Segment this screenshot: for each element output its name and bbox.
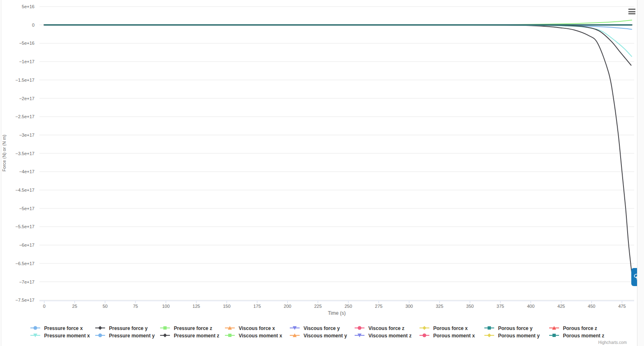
diamond-marker-icon: [419, 325, 431, 332]
legend-label: Porous force z: [563, 325, 597, 332]
series-line-pressure-moment-z: [44, 25, 631, 65]
x-tick-label: 475: [618, 304, 626, 309]
triangle-down-marker-icon: [355, 332, 367, 339]
y-tick-label: 0: [32, 23, 34, 27]
legend-label: Viscous force y: [304, 325, 340, 332]
legend-label: Viscous moment y: [304, 332, 347, 339]
y-tick-label: −7.5e+17: [16, 298, 35, 302]
x-tick-label: 125: [193, 304, 200, 309]
legend-label: Viscous force x: [239, 325, 275, 332]
diamond-marker-icon: [95, 325, 107, 332]
triangle-marker-icon: [290, 332, 302, 339]
x-tick-label: 350: [466, 304, 474, 309]
y-tick-label: −6.5e+17: [16, 261, 35, 266]
legend-label: Porous moment y: [498, 332, 540, 339]
y-tick-label: −1.5e+17: [16, 78, 35, 82]
x-tick-label: 50: [103, 304, 108, 309]
y-tick-label: −5e+17: [19, 206, 34, 211]
highcharts-credit-link[interactable]: Highcharts.com: [598, 340, 627, 345]
legend-item-viscous-moment-x[interactable]: Viscous moment x: [225, 332, 290, 339]
triangle-marker-icon: [225, 325, 237, 332]
x-tick-label: 75: [133, 304, 138, 309]
legend-item-viscous-moment-z[interactable]: Viscous moment z: [355, 332, 419, 339]
triangle-down-marker-icon: [30, 332, 42, 339]
y-tick-label: −4e+17: [19, 169, 34, 174]
force-time-chart-plot: 5e+160−5e+16−1e+17−1.5e+17−2e+17−2.5e+17…: [0, 0, 644, 320]
legend-item-pressure-moment-x[interactable]: Pressure moment x: [30, 332, 95, 339]
series-line-pressure-moment-x: [44, 25, 632, 57]
y-tick-label: −7e+17: [19, 280, 34, 284]
legend-item-porous-moment-z[interactable]: Porous moment z: [549, 332, 614, 339]
legend-label: Pressure force y: [109, 325, 148, 332]
legend-item-pressure-force-y[interactable]: Pressure force y: [95, 325, 160, 332]
page-right-gutter: [637, 0, 644, 346]
square-marker-icon: [160, 325, 172, 332]
page-left-border: [1, 0, 1, 346]
series-line-pressure-force-z: [44, 20, 632, 25]
x-tick-label: 175: [253, 304, 261, 309]
legend-item-porous-force-x[interactable]: Porous force x: [419, 325, 484, 332]
legend-item-viscous-moment-y[interactable]: Viscous moment y: [290, 332, 355, 339]
legend-item-pressure-moment-z[interactable]: Pressure moment z: [160, 332, 225, 339]
triangle-marker-icon: [549, 325, 561, 332]
y-tick-label: −3e+17: [19, 133, 34, 137]
y-tick-label: −4.5e+17: [16, 188, 35, 192]
legend-item-pressure-force-x[interactable]: Pressure force x: [30, 325, 95, 332]
y-tick-label: −5.5e+17: [16, 224, 35, 229]
circle-marker-icon: [355, 325, 367, 332]
y-tick-label: −6e+17: [19, 243, 34, 247]
circle-marker-icon: [30, 325, 42, 332]
y-tick-label: −3.5e+17: [16, 151, 35, 156]
x-tick-label: 275: [375, 304, 383, 309]
legend-label: Pressure moment z: [174, 332, 220, 339]
x-tick-label: 150: [223, 304, 230, 309]
chart-context-menu-button[interactable]: [627, 7, 637, 16]
legend-item-porous-moment-y[interactable]: Porous moment y: [484, 332, 549, 339]
x-tick-label: 325: [436, 304, 443, 309]
hamburger-icon: [628, 13, 635, 14]
series-line-pressure-force-y: [44, 25, 633, 278]
legend-label: Pressure force x: [44, 325, 83, 332]
legend-item-porous-force-y[interactable]: Porous force y: [484, 325, 549, 332]
x-tick-label: 425: [557, 304, 565, 309]
x-tick-label: 300: [406, 304, 413, 309]
y-tick-label: −2.5e+17: [16, 114, 35, 119]
x-tick-label: 400: [527, 304, 534, 309]
legend-label: Viscous moment x: [239, 332, 282, 339]
legend-label: Viscous moment z: [369, 332, 412, 339]
x-tick-label: 100: [162, 304, 170, 309]
diamond-marker-icon: [484, 332, 496, 339]
legend-label: Porous moment z: [563, 332, 605, 339]
legend-label: Viscous force z: [369, 325, 405, 332]
hamburger-icon: [628, 9, 635, 10]
square-marker-icon: [225, 332, 237, 339]
y-tick-label: 5e+16: [22, 4, 34, 9]
x-tick-label: 0: [43, 304, 46, 309]
diamond-marker-icon: [160, 332, 172, 339]
legend-label: Pressure force z: [174, 325, 212, 332]
x-tick-label: 225: [314, 304, 321, 309]
x-tick-label: 200: [284, 304, 291, 309]
x-tick-label: 25: [72, 304, 77, 309]
circle-marker-icon: [419, 332, 431, 339]
legend-label: Porous force x: [433, 325, 468, 332]
legend-item-porous-force-z[interactable]: Porous force z: [549, 325, 614, 332]
legend-item-viscous-force-x[interactable]: Viscous force x: [225, 325, 290, 332]
y-axis-title: Force (N) or (N m): [2, 126, 7, 180]
legend-item-pressure-moment-y[interactable]: Pressure moment y: [95, 332, 160, 339]
legend-item-viscous-force-z[interactable]: Viscous force z: [355, 325, 419, 332]
legend-item-viscous-force-y[interactable]: Viscous force y: [290, 325, 355, 332]
triangle-down-marker-icon: [290, 325, 302, 332]
circle-marker-icon: [95, 332, 107, 339]
square-marker-icon: [484, 325, 496, 332]
x-tick-label: 250: [344, 304, 352, 309]
legend-label: Pressure moment y: [109, 332, 155, 339]
x-tick-label: 375: [497, 304, 504, 309]
hamburger-icon: [628, 11, 635, 12]
y-tick-label: −5e+16: [19, 41, 34, 46]
legend-item-pressure-force-z[interactable]: Pressure force z: [160, 325, 225, 332]
legend-item-porous-moment-x[interactable]: Porous moment x: [419, 332, 484, 339]
legend-label: Porous force y: [498, 325, 533, 332]
y-tick-label: −2e+17: [19, 96, 34, 101]
x-axis-title: Time (s): [39, 310, 634, 316]
